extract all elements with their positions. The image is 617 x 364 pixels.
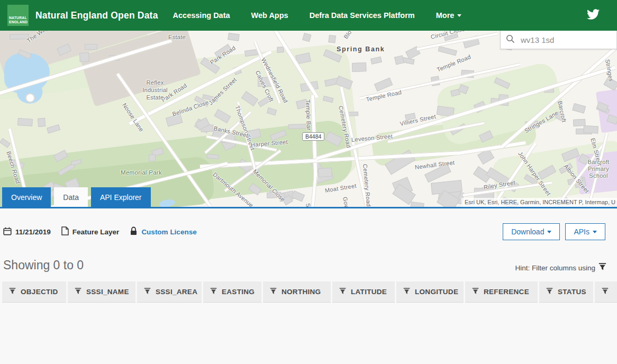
tab-bar: OverviewDataAPI Explorer [2, 187, 151, 207]
map-label-stringes: Stringes [604, 59, 614, 82]
attribute-table-header: OBJECTIDSSSI_NAMESSSI_AREAEASTINGNORTHIN… [0, 281, 617, 303]
chevron-down-icon [547, 231, 551, 233]
meta-layer-type-label: Feature Layer [72, 228, 120, 236]
tab-data[interactable]: Data [54, 187, 88, 207]
map-building [394, 55, 404, 65]
map-building [149, 154, 156, 161]
map-label-memorial-park: Memorial Park [121, 169, 162, 176]
map-building [402, 57, 414, 65]
column-header-sssi-name[interactable]: SSSI_NAME [68, 281, 135, 303]
meta-date: 11/21/2019 [3, 227, 51, 237]
map-building [277, 47, 284, 53]
map-label-estate: Estate [168, 34, 186, 40]
header-nav: Accessing DataWeb AppsDefra Data Service… [173, 11, 462, 20]
twitter-button[interactable] [587, 8, 600, 23]
showing-count-text: Showing 0 to 0 [3, 258, 84, 272]
column-header-reference[interactable]: REFERENCE [465, 281, 538, 303]
column-label: LONGITUDE [415, 288, 458, 296]
meta-row: 11/21/2019 Feature Layer Custom License … [3, 223, 605, 240]
filter-hint-text: Hint: Filter columns using [515, 264, 595, 272]
column-label: SSSI_AREA [156, 288, 197, 296]
column-label: EASTING [222, 288, 255, 296]
map-label-spring-bank: Spring Bank [337, 46, 385, 53]
map-building [291, 190, 305, 202]
column-label: OBJECTID [21, 288, 58, 296]
filter-icon [144, 288, 151, 296]
map-building [352, 63, 367, 72]
map-label-blo: Blo [342, 31, 352, 40]
column-header-status[interactable]: STATUS [539, 281, 593, 303]
column-label: LATITUDE [351, 288, 387, 296]
map-label-gow: Gow [342, 196, 350, 208]
map-label-reflex-industrial-estate: Reflex Industrial Estate [135, 79, 175, 101]
map-roundabout [25, 93, 35, 103]
map-attribution: Esri UK, Esri, HERE, Garmin, INCREMENT P… [461, 198, 617, 207]
twitter-icon [587, 8, 600, 23]
logo-line1: NATURAL [9, 16, 27, 20]
road-shield-b4484: B4484 [302, 132, 324, 141]
meta-date-label: 11/21/2019 [15, 228, 51, 236]
column-header-easting[interactable]: EASTING [203, 281, 261, 303]
lock-icon [130, 226, 138, 237]
map-building [17, 118, 33, 126]
map-building [328, 35, 336, 43]
map-building [374, 77, 393, 91]
column-header-longitude[interactable]: LONGITUDE [396, 281, 464, 303]
filter-icon [546, 288, 553, 296]
map-building [288, 124, 306, 129]
tab-api-explorer[interactable]: API Explorer [91, 187, 151, 207]
column-label: REFERENCE [484, 288, 529, 296]
search-input[interactable] [520, 35, 610, 45]
map-building [228, 33, 239, 41]
filter-icon [210, 288, 217, 296]
filter-icon [75, 288, 81, 296]
filter-icon [403, 288, 410, 296]
filter-icon [472, 288, 479, 296]
map-building [207, 154, 220, 159]
map-building [85, 43, 97, 49]
natural-england-logo[interactable]: NATURAL ENGLAND [7, 5, 29, 26]
filter-icon [602, 288, 609, 296]
nav-item-accessing-data[interactable]: Accessing Data [173, 11, 230, 20]
map-building [318, 168, 332, 177]
site-title: Natural England Open Data [35, 10, 158, 21]
filter-icon [339, 288, 346, 296]
filter-icon [598, 263, 606, 272]
nav-item-defra-data-services-platform[interactable]: Defra Data Services Platform [310, 11, 415, 20]
filter-icon [9, 288, 16, 296]
download-button-label: Download [511, 228, 544, 236]
meta-layer-type: Feature Layer [61, 226, 120, 237]
showing-row: Showing 0 to 0 Hint: Filter columns usin… [3, 258, 606, 272]
column-header-sssi-area[interactable]: SSSI_AREA [137, 281, 202, 303]
column-header-objectid[interactable]: OBJECTID [2, 281, 66, 303]
chevron-down-icon [457, 14, 461, 17]
map-building [583, 125, 598, 133]
map-building [302, 33, 311, 42]
column-label: SSSI_NAME [86, 288, 129, 296]
map-label-temple-bar: Temple Bar [305, 99, 312, 131]
nav-item-web-apps[interactable]: Web Apps [251, 11, 288, 20]
tab-overview[interactable]: Overview [2, 187, 51, 207]
column-header-latitude[interactable]: LATITUDE [332, 281, 395, 303]
column-header-partial[interactable] [595, 281, 617, 303]
map-building [573, 103, 586, 114]
filter-icon [270, 288, 277, 296]
custom-license-link[interactable]: Custom License [141, 228, 196, 236]
column-header-northing[interactable]: NORTHING [263, 281, 331, 303]
site-header: NATURAL ENGLAND Natural England Open Dat… [0, 0, 617, 31]
column-label: STATUS [558, 288, 586, 296]
map[interactable]: EstateThe WayPark RoadPark RoadWednesfie… [0, 31, 617, 208]
calendar-icon [3, 227, 12, 237]
download-button[interactable]: Download [503, 223, 560, 240]
map-search-box [500, 31, 617, 49]
chevron-down-icon [593, 231, 597, 233]
logo-line2: ENGLAND [9, 20, 27, 24]
filter-hint: Hint: Filter columns using [515, 263, 606, 272]
map-building [370, 57, 382, 65]
meta-license: Custom License [130, 226, 196, 237]
map-building [79, 52, 89, 62]
apis-button[interactable]: APIs [565, 223, 605, 240]
map-label-temple-road: Temple Road [366, 89, 402, 103]
map-building [38, 117, 46, 126]
nav-item-more[interactable]: More [436, 11, 462, 20]
